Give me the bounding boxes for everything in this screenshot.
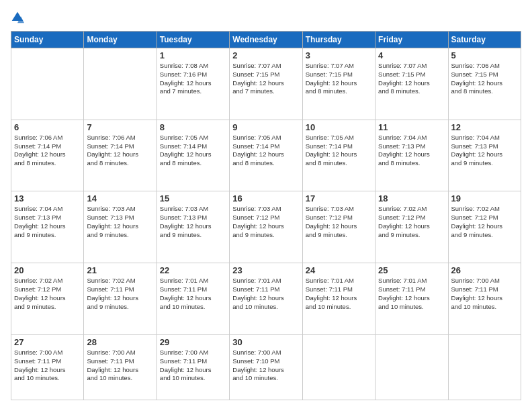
day-info: Sunrise: 7:00 AM Sunset: 7:11 PM Dayligh…: [14, 349, 81, 383]
day-number: 19: [451, 193, 518, 203]
day-number: 28: [87, 337, 153, 347]
day-info: Sunrise: 7:00 AM Sunset: 7:11 PM Dayligh…: [451, 277, 518, 311]
calendar-week-1: 6Sunrise: 7:06 AM Sunset: 7:14 PM Daylig…: [11, 120, 521, 191]
calendar-cell: 9Sunrise: 7:05 AM Sunset: 7:14 PM Daylig…: [230, 120, 302, 191]
day-number: 22: [160, 265, 226, 275]
day-info: Sunrise: 7:06 AM Sunset: 7:14 PM Dayligh…: [87, 134, 153, 168]
logo-icon: [11, 11, 24, 24]
day-info: Sunrise: 7:04 AM Sunset: 7:13 PM Dayligh…: [378, 134, 445, 168]
day-info: Sunrise: 7:07 AM Sunset: 7:15 PM Dayligh…: [232, 62, 299, 96]
calendar-cell: 13Sunrise: 7:04 AM Sunset: 7:13 PM Dayli…: [11, 191, 84, 263]
day-number: 5: [451, 50, 518, 60]
calendar-cell: 10Sunrise: 7:05 AM Sunset: 7:14 PM Dayli…: [302, 120, 375, 191]
day-info: Sunrise: 7:01 AM Sunset: 7:11 PM Dayligh…: [160, 277, 226, 311]
day-number: 11: [378, 122, 445, 132]
header-cell-friday: Friday: [375, 32, 448, 48]
day-number: 12: [451, 122, 518, 132]
calendar-cell: 17Sunrise: 7:03 AM Sunset: 7:12 PM Dayli…: [302, 191, 375, 263]
calendar-cell: 26Sunrise: 7:00 AM Sunset: 7:11 PM Dayli…: [448, 263, 521, 335]
day-info: Sunrise: 7:07 AM Sunset: 7:15 PM Dayligh…: [378, 62, 445, 96]
day-info: Sunrise: 7:03 AM Sunset: 7:12 PM Dayligh…: [306, 205, 372, 239]
calendar-cell: 19Sunrise: 7:02 AM Sunset: 7:12 PM Dayli…: [448, 191, 521, 263]
day-info: Sunrise: 7:00 AM Sunset: 7:11 PM Dayligh…: [160, 349, 226, 383]
calendar-cell: 3Sunrise: 7:07 AM Sunset: 7:15 PM Daylig…: [302, 48, 375, 120]
calendar-cell: [11, 48, 84, 120]
day-number: 7: [87, 122, 153, 132]
day-info: Sunrise: 7:05 AM Sunset: 7:14 PM Dayligh…: [232, 134, 299, 168]
day-info: Sunrise: 7:02 AM Sunset: 7:12 PM Dayligh…: [378, 205, 445, 239]
day-number: 17: [306, 193, 372, 203]
day-number: 29: [160, 337, 226, 347]
calendar-cell: 23Sunrise: 7:01 AM Sunset: 7:11 PM Dayli…: [230, 263, 302, 335]
day-number: 14: [87, 193, 153, 203]
day-info: Sunrise: 7:01 AM Sunset: 7:11 PM Dayligh…: [306, 277, 372, 311]
day-info: Sunrise: 7:03 AM Sunset: 7:13 PM Dayligh…: [160, 205, 226, 239]
calendar-cell: 2Sunrise: 7:07 AM Sunset: 7:15 PM Daylig…: [230, 48, 302, 120]
day-number: 9: [232, 122, 299, 132]
calendar-cell: [302, 334, 375, 400]
calendar-cell: 16Sunrise: 7:03 AM Sunset: 7:12 PM Dayli…: [230, 191, 302, 263]
day-number: 16: [232, 193, 299, 203]
day-info: Sunrise: 7:04 AM Sunset: 7:13 PM Dayligh…: [14, 205, 81, 239]
day-number: 8: [160, 122, 226, 132]
day-number: 2: [232, 50, 299, 60]
header-cell-sunday: Sunday: [11, 32, 84, 48]
day-info: Sunrise: 7:07 AM Sunset: 7:15 PM Dayligh…: [306, 62, 372, 96]
calendar-cell: 21Sunrise: 7:02 AM Sunset: 7:11 PM Dayli…: [84, 263, 157, 335]
calendar-cell: 20Sunrise: 7:02 AM Sunset: 7:12 PM Dayli…: [11, 263, 84, 335]
calendar-cell: 6Sunrise: 7:06 AM Sunset: 7:14 PM Daylig…: [11, 120, 84, 191]
header-row: SundayMondayTuesdayWednesdayThursdayFrid…: [11, 32, 521, 48]
day-number: 10: [306, 122, 372, 132]
day-number: 24: [306, 265, 372, 275]
day-number: 27: [14, 337, 81, 347]
day-number: 3: [306, 50, 372, 60]
day-info: Sunrise: 7:03 AM Sunset: 7:13 PM Dayligh…: [87, 205, 153, 239]
day-number: 4: [378, 50, 445, 60]
day-number: 21: [87, 265, 153, 275]
calendar-body: 1Sunrise: 7:08 AM Sunset: 7:16 PM Daylig…: [11, 48, 521, 400]
calendar-cell: 5Sunrise: 7:06 AM Sunset: 7:15 PM Daylig…: [448, 48, 521, 120]
calendar-cell: 12Sunrise: 7:04 AM Sunset: 7:13 PM Dayli…: [448, 120, 521, 191]
day-info: Sunrise: 7:05 AM Sunset: 7:14 PM Dayligh…: [160, 134, 226, 168]
calendar-cell: 30Sunrise: 7:00 AM Sunset: 7:10 PM Dayli…: [230, 334, 302, 400]
header: [11, 11, 521, 24]
day-number: 25: [378, 265, 445, 275]
calendar-cell: [375, 334, 448, 400]
calendar-cell: 1Sunrise: 7:08 AM Sunset: 7:16 PM Daylig…: [157, 48, 229, 120]
day-info: Sunrise: 7:05 AM Sunset: 7:14 PM Dayligh…: [306, 134, 372, 168]
day-number: 26: [451, 265, 518, 275]
header-cell-thursday: Thursday: [302, 32, 375, 48]
day-info: Sunrise: 7:01 AM Sunset: 7:11 PM Dayligh…: [378, 277, 445, 311]
day-info: Sunrise: 7:00 AM Sunset: 7:10 PM Dayligh…: [232, 349, 299, 383]
day-info: Sunrise: 7:00 AM Sunset: 7:11 PM Dayligh…: [87, 349, 153, 383]
calendar-cell: [448, 334, 521, 400]
day-info: Sunrise: 7:06 AM Sunset: 7:14 PM Dayligh…: [14, 134, 81, 168]
calendar-week-3: 20Sunrise: 7:02 AM Sunset: 7:12 PM Dayli…: [11, 263, 521, 335]
calendar-cell: 4Sunrise: 7:07 AM Sunset: 7:15 PM Daylig…: [375, 48, 448, 120]
calendar-week-2: 13Sunrise: 7:04 AM Sunset: 7:13 PM Dayli…: [11, 191, 521, 263]
day-info: Sunrise: 7:02 AM Sunset: 7:12 PM Dayligh…: [451, 205, 518, 239]
calendar-cell: 14Sunrise: 7:03 AM Sunset: 7:13 PM Dayli…: [84, 191, 157, 263]
calendar-cell: 11Sunrise: 7:04 AM Sunset: 7:13 PM Dayli…: [375, 120, 448, 191]
day-number: 23: [232, 265, 299, 275]
calendar-cell: 15Sunrise: 7:03 AM Sunset: 7:13 PM Dayli…: [157, 191, 229, 263]
day-info: Sunrise: 7:08 AM Sunset: 7:16 PM Dayligh…: [160, 62, 226, 96]
header-cell-wednesday: Wednesday: [230, 32, 302, 48]
calendar-header: SundayMondayTuesdayWednesdayThursdayFrid…: [11, 32, 521, 48]
day-number: 30: [232, 337, 299, 347]
day-number: 18: [378, 193, 445, 203]
header-cell-monday: Monday: [84, 32, 157, 48]
calendar-cell: 29Sunrise: 7:00 AM Sunset: 7:11 PM Dayli…: [157, 334, 229, 400]
calendar-week-0: 1Sunrise: 7:08 AM Sunset: 7:16 PM Daylig…: [11, 48, 521, 120]
calendar-cell: 8Sunrise: 7:05 AM Sunset: 7:14 PM Daylig…: [157, 120, 229, 191]
calendar-cell: 22Sunrise: 7:01 AM Sunset: 7:11 PM Dayli…: [157, 263, 229, 335]
day-info: Sunrise: 7:01 AM Sunset: 7:11 PM Dayligh…: [232, 277, 299, 311]
day-number: 15: [160, 193, 226, 203]
day-info: Sunrise: 7:02 AM Sunset: 7:11 PM Dayligh…: [87, 277, 153, 311]
header-cell-tuesday: Tuesday: [157, 32, 229, 48]
day-number: 13: [14, 193, 81, 203]
calendar-cell: 25Sunrise: 7:01 AM Sunset: 7:11 PM Dayli…: [375, 263, 448, 335]
calendar-cell: 7Sunrise: 7:06 AM Sunset: 7:14 PM Daylig…: [84, 120, 157, 191]
day-info: Sunrise: 7:03 AM Sunset: 7:12 PM Dayligh…: [232, 205, 299, 239]
calendar-week-4: 27Sunrise: 7:00 AM Sunset: 7:11 PM Dayli…: [11, 334, 521, 400]
